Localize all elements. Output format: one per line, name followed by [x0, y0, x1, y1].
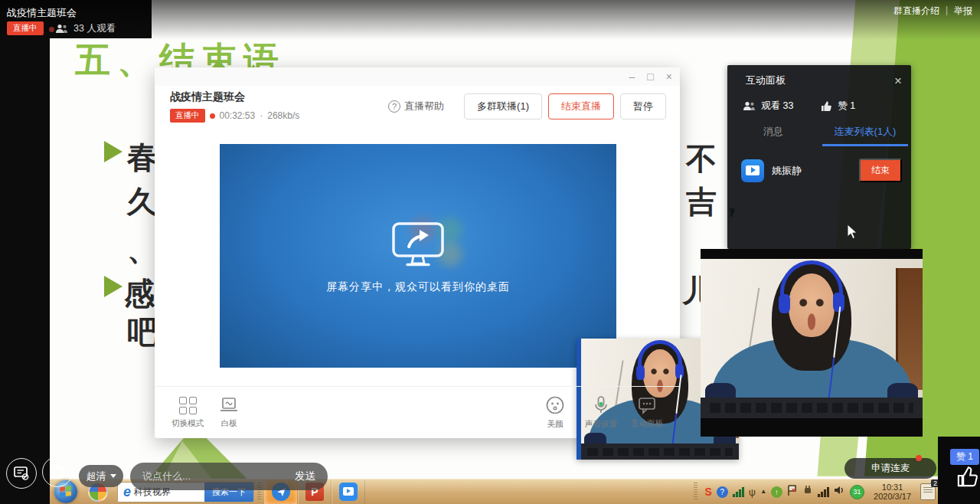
chat-bubble-icon	[637, 396, 657, 414]
slide-text-fragment: 不	[686, 138, 717, 180]
volume-icon[interactable]	[834, 485, 845, 499]
tab-mic-list[interactable]: 连麦列表(1人)	[819, 125, 911, 146]
group-live-intro-link[interactable]: 群直播介绍	[893, 5, 939, 18]
sogou-tray-icon[interactable]: S	[705, 486, 712, 497]
update-tray-icon[interactable]: ↑	[771, 486, 782, 498]
pause-button[interactable]: 暂停	[620, 93, 666, 119]
panel-title: 互动面板	[746, 74, 786, 87]
toggle-comments-button[interactable]	[6, 458, 37, 489]
live-help-label: 直播帮助	[404, 100, 444, 113]
slide-bullet-icon	[104, 141, 122, 162]
mic-list-item: 姚振静 结束	[727, 146, 911, 182]
power-plug-icon[interactable]	[802, 485, 813, 499]
tv-play-icon	[339, 483, 358, 501]
end-mic-button[interactable]: 结束	[859, 159, 902, 182]
tab-messages[interactable]: 消息	[727, 125, 819, 146]
headphones-earcup	[636, 365, 645, 380]
rotate-screen-button[interactable]	[42, 457, 73, 487]
window-minimize-button[interactable]: –	[629, 71, 635, 82]
sound-settings-button[interactable]: 声音设置	[580, 395, 622, 430]
viewer-count: 33 人观看	[55, 22, 116, 35]
panel-like-stat: 赞 1	[821, 100, 855, 113]
signal-bars-icon[interactable]	[818, 486, 829, 497]
headphones-earcup	[779, 294, 791, 313]
rotate-screen-icon	[48, 463, 67, 480]
quality-selector[interactable]: 超清	[79, 465, 123, 487]
help-tray-icon[interactable]: ?	[717, 486, 728, 498]
slide-text-fragment: 、	[127, 228, 158, 270]
panel-watch-stat: 观看 33	[743, 100, 793, 113]
interaction-panel-label: 互动面板	[631, 418, 663, 429]
stream-title: 战疫情主题班会	[170, 90, 299, 104]
thumb-up-icon	[957, 466, 978, 487]
screen: 五、结束语 春 久 、 感 吧 不 吉， 儿 e 科技视界 搜索一下	[0, 0, 980, 504]
svg-text:x: x	[792, 486, 795, 493]
sound-settings-label: 声音设置	[585, 419, 617, 430]
apply-mic-button[interactable]: 申请连麦	[844, 458, 936, 479]
like-button[interactable]	[957, 466, 978, 490]
whiteboard-icon	[219, 397, 239, 414]
viewer-stream-title: 战疫情主题班会	[7, 6, 77, 20]
tray-clock[interactable]: 10:31 2020/3/17	[869, 483, 916, 501]
live-badge: 直播中	[170, 109, 205, 123]
window-close-button[interactable]: ×	[666, 71, 672, 82]
wireless-antenna-icon[interactable]: ψ	[749, 487, 756, 497]
multi-group-broadcast-button[interactable]: 多群联播(1)	[464, 93, 542, 119]
panel-close-icon[interactable]: ×	[894, 74, 902, 87]
viewers-icon	[743, 101, 756, 111]
taskbar-app-live[interactable]	[332, 479, 365, 504]
chat-input-bar[interactable]: 说点什么... 发送	[130, 463, 328, 490]
window-maximize-button[interactable]: □	[647, 71, 653, 82]
interaction-panel-button[interactable]: 互动面板	[626, 396, 668, 429]
hidden-icons-arrow[interactable]: ▲	[760, 489, 766, 495]
tray-date: 2020/3/17	[874, 492, 911, 501]
presenter-webcam-large[interactable]	[701, 249, 923, 437]
slide-text-fragment: 吧	[127, 311, 158, 353]
panel-watch-label: 观看 33	[761, 100, 793, 113]
send-button[interactable]: 发送	[295, 470, 315, 483]
viewers-icon	[55, 24, 68, 34]
top-gradient	[0, 0, 980, 40]
network-meter-icon[interactable]	[733, 486, 744, 497]
question-circle-icon: ?	[388, 100, 400, 113]
recording-dot-icon	[210, 113, 215, 119]
client-titlebar[interactable]: – □ ×	[155, 67, 680, 86]
panel-header: 互动面板 ×	[727, 65, 911, 87]
top-right-links: 群直播介绍 | 举报	[893, 5, 972, 18]
stream-status: 直播中 00:32:53 · 268kb/s	[170, 109, 299, 123]
client-header: 战疫情主题班会 直播中 00:32:53 · 268kb/s ? 直播帮助 多群…	[155, 86, 680, 130]
chat-input-placeholder[interactable]: 说点什么...	[142, 470, 191, 483]
desk-keyboard	[701, 398, 923, 418]
date-coin-icon[interactable]: 31	[850, 485, 864, 499]
panel-tabs: 消息 连麦列表(1人)	[727, 125, 911, 146]
stream-timer: 00:32:53	[220, 110, 256, 121]
member-avatar-tv-icon	[741, 159, 764, 182]
screen-share-hint: 屏幕分享中，观众可以看到你的桌面	[220, 280, 616, 294]
interaction-panel: 互动面板 × 观看 33 赞 1 消息 连麦列表(1人	[727, 65, 911, 249]
report-link[interactable]: 举报	[954, 5, 972, 18]
slide-text-fragment: 久	[127, 181, 158, 223]
viewer-count-label: 33 人观看	[74, 22, 116, 35]
client-header-left: 战疫情主题班会 直播中 00:32:53 · 268kb/s	[170, 90, 299, 123]
slide-text-fragment: 春	[127, 136, 158, 178]
end-live-button[interactable]: 结束直播	[548, 93, 614, 119]
whiteboard-label: 白板	[221, 418, 237, 429]
quality-label: 超清	[87, 470, 106, 483]
beauty-filter-button[interactable]: 美颜	[534, 395, 576, 430]
microphone-icon	[592, 395, 610, 415]
action-center-flag-icon[interactable]: x	[787, 485, 798, 499]
slide-bullet-icon	[104, 276, 122, 297]
sticky-notes-icon[interactable]: 2	[920, 483, 936, 500]
grid-icon	[179, 397, 197, 414]
ie-icon: e	[118, 484, 134, 500]
panel-stats: 观看 33 赞 1	[727, 87, 911, 113]
mouse-cursor	[847, 224, 858, 243]
switch-mode-button[interactable]: 切换模式	[167, 397, 208, 429]
system-tray: S ? ψ ▲ ↑ x 31 10:31 2020/3/17 2	[691, 483, 980, 501]
whiteboard-button[interactable]: 白板	[208, 397, 250, 429]
notification-dot-icon	[916, 455, 922, 461]
live-help-link[interactable]: ? 直播帮助	[388, 100, 444, 113]
beauty-filter-label: 美颜	[547, 419, 564, 430]
screen-share-preview: 屏幕分享中，观众可以看到你的桌面	[220, 144, 616, 368]
client-header-actions: ? 直播帮助 多群联播(1) 结束直播 暂停	[388, 93, 666, 119]
